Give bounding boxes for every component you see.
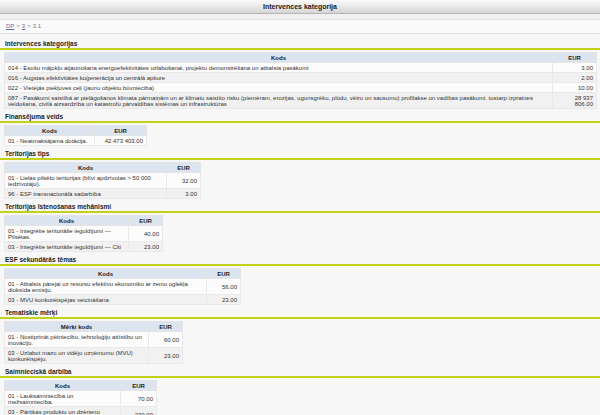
- row-code: 03 - Uzlabot mazo un vidējo uzņēmumu (MV…: [5, 348, 149, 364]
- section-divider: [0, 317, 600, 319]
- row-eur: 23.00: [149, 348, 183, 364]
- table-row: 014 - Esošu mājokļu atjaunošana energoef…: [5, 63, 597, 73]
- row-code: 01 - Lauksaimniecība un mežsaimniecība.: [5, 391, 121, 407]
- row-eur: 28 937 806.00: [553, 93, 597, 109]
- row-eur: 70.00: [121, 391, 157, 407]
- row-code: 01 - Neatmaksājama dotācija.: [5, 136, 95, 146]
- section-esf-sekundaras-temas: ESF sekundārās tēmas Kods EUR 01 - Atbal…: [4, 256, 596, 305]
- column-header-kods: Kods: [5, 269, 207, 279]
- row-eur: 3.00: [167, 189, 201, 199]
- table-row: 96 - ESF transnacionālā sadarbība 3.00: [5, 189, 201, 199]
- column-header-kods: Kods: [5, 53, 553, 63]
- section-title: Saimnieciskā darbība: [5, 368, 596, 375]
- teritorijas-tips-table: Kods EUR 01 - Lielas pilsētu teritorijas…: [4, 162, 201, 199]
- breadcrumb-separator: >: [16, 23, 20, 29]
- row-eur: 23.00: [129, 242, 163, 252]
- row-code: 022 - Vietējās piekļuves ceļi (jaunu obj…: [5, 83, 553, 93]
- row-code: 96 - ESF transnacionālā sadarbība: [5, 189, 167, 199]
- column-header-eur: EUR: [95, 126, 147, 136]
- section-divider: [0, 376, 600, 378]
- section-title: Teritorijas īstenošanas mehānismi: [5, 203, 596, 210]
- table-row: 01 - Lielas pilsētu teritorijas (blīvi a…: [5, 173, 201, 189]
- row-code: 03 - Pārtikas produktu un dzērienu ražoš…: [5, 407, 121, 415]
- section-saimnieciska-darbiba: Saimnieciskā darbība Kods EUR 01 - Lauks…: [4, 368, 596, 415]
- section-title: Teritorijas tips: [5, 150, 596, 157]
- row-code: 01 - Nostiprināt pētniecību, tehnoloģiju…: [5, 332, 149, 348]
- row-eur: 23.00: [207, 295, 241, 305]
- table-row: 01 - Neatmaksājama dotācija. 42 473 403.…: [5, 136, 147, 146]
- section-title: Tematiskie mērķi: [5, 309, 596, 316]
- table-row: 01 - Nostiprināt pētniecību, tehnoloģiju…: [5, 332, 183, 348]
- table-row: 01 - Integrētie teritoriālie ieguldījumi…: [5, 226, 163, 242]
- esf-sekundaras-temas-table: Kods EUR 01 - Atbalsts pārejai uz resurs…: [4, 268, 241, 305]
- column-header-kods: Kods: [5, 126, 95, 136]
- saimnieciska-darbiba-table: Kods EUR 01 - Lauksaimniecība un mežsaim…: [4, 380, 157, 415]
- section-title: ESF sekundārās tēmas: [5, 256, 596, 263]
- row-eur: 56.00: [207, 279, 241, 295]
- intervences-kategorijas-table: Kods EUR 014 - Esošu mājokļu atjaunošana…: [4, 52, 597, 109]
- row-eur: 42 473 403.00: [95, 136, 147, 146]
- column-header-kods: Kods: [5, 163, 167, 173]
- section-divider: [0, 121, 600, 123]
- breadcrumb-link-dp[interactable]: DP: [6, 23, 14, 29]
- section-divider: [0, 264, 600, 266]
- row-code: 01 - Integrētie teritoriālie ieguldījumi…: [5, 226, 129, 242]
- row-eur: 230.00: [121, 407, 157, 415]
- table-row: 03 - Pārtikas produktu un dzērienu ražoš…: [5, 407, 157, 415]
- row-eur: 10.00: [553, 83, 597, 93]
- column-header-eur: EUR: [121, 381, 157, 391]
- table-row: 01 - Atbalsts pārejai uz resursu efektīv…: [5, 279, 241, 295]
- section-teritorijas-istenosanas-mehanismi: Teritorijas īstenošanas mehānismi Kods E…: [4, 203, 596, 252]
- section-title: Intervences kategorijas: [5, 40, 596, 47]
- row-eur: 60.00: [149, 332, 183, 348]
- row-code: 016 - Augstas efektivitātes koģenerācija…: [5, 73, 553, 83]
- section-divider: [0, 211, 600, 213]
- row-code: 01 - Atbalsts pārejai uz resursu efektīv…: [5, 279, 207, 295]
- row-eur: 2.00: [553, 73, 597, 83]
- table-row: 022 - Vietējās piekļuves ceļi (jaunu obj…: [5, 83, 597, 93]
- breadcrumb: DP>3>3.1: [0, 19, 600, 34]
- column-header-eur: EUR: [167, 163, 201, 173]
- table-row: 016 - Augstas efektivitātes koģenerācija…: [5, 73, 597, 83]
- row-code: 03 - MVU konkurētspējas veicināšana: [5, 295, 207, 305]
- teritorijas-istenosanas-mehanismi-table: Kods EUR 01 - Integrētie teritoriālie ie…: [4, 215, 163, 252]
- section-title: Finansējuma veids: [5, 113, 596, 120]
- column-header-eur: EUR: [129, 216, 163, 226]
- page-title: Intervences kategorija: [0, 0, 600, 14]
- table-row: 01 - Lauksaimniecība un mežsaimniecība. …: [5, 391, 157, 407]
- column-header-eur: EUR: [553, 53, 597, 63]
- breadcrumb-link-3[interactable]: 3: [22, 23, 25, 29]
- section-tematiskie-merki: Tematiskie mērķi Mērķi kods EUR 01 - Nos…: [4, 309, 596, 364]
- section-divider: [0, 48, 600, 50]
- finansejuma-veids-table: Kods EUR 01 - Neatmaksājama dotācija. 42…: [4, 125, 147, 146]
- column-header-kods: Kods: [5, 216, 129, 226]
- table-row: 03 - Uzlabot mazo un vidējo uzņēmumu (MV…: [5, 348, 183, 364]
- tematiskie-merki-table: Mērķi kods EUR 01 - Nostiprināt pētniecī…: [4, 321, 183, 364]
- row-code: 03 - Integrētie teritoriālie ieguldījumi…: [5, 242, 129, 252]
- table-row: 087 - Pasākumi saistībā ar pielāgošanos …: [5, 93, 597, 109]
- main-content: Intervences kategorijas Kods EUR 014 - E…: [0, 34, 600, 415]
- row-eur: 32.00: [167, 173, 201, 189]
- section-divider: [0, 158, 600, 160]
- table-row: 03 - Integrētie teritoriālie ieguldījumi…: [5, 242, 163, 252]
- row-eur: 40.00: [129, 226, 163, 242]
- row-code: 014 - Esošu mājokļu atjaunošana energoef…: [5, 63, 553, 73]
- row-eur: 3.00: [553, 63, 597, 73]
- column-header-eur: EUR: [207, 269, 241, 279]
- section-intervences-kategorijas: Intervences kategorijas Kods EUR 014 - E…: [4, 40, 596, 109]
- column-header-eur: EUR: [149, 322, 183, 332]
- row-code: 01 - Lielas pilsētu teritorijas (blīvi a…: [5, 173, 167, 189]
- table-row: 03 - MVU konkurētspējas veicināšana 23.0…: [5, 295, 241, 305]
- row-code: 087 - Pasākumi saistībā ar pielāgošanos …: [5, 93, 553, 109]
- column-header-kods: Kods: [5, 381, 121, 391]
- breadcrumb-separator: >: [27, 23, 31, 29]
- section-teritorijas-tips: Teritorijas tips Kods EUR 01 - Lielas pi…: [4, 150, 596, 199]
- breadcrumb-current: 3.1: [33, 23, 41, 29]
- column-header-merki-kods: Mērķi kods: [5, 322, 149, 332]
- section-finansejuma-veids: Finansējuma veids Kods EUR 01 - Neatmaks…: [4, 113, 596, 146]
